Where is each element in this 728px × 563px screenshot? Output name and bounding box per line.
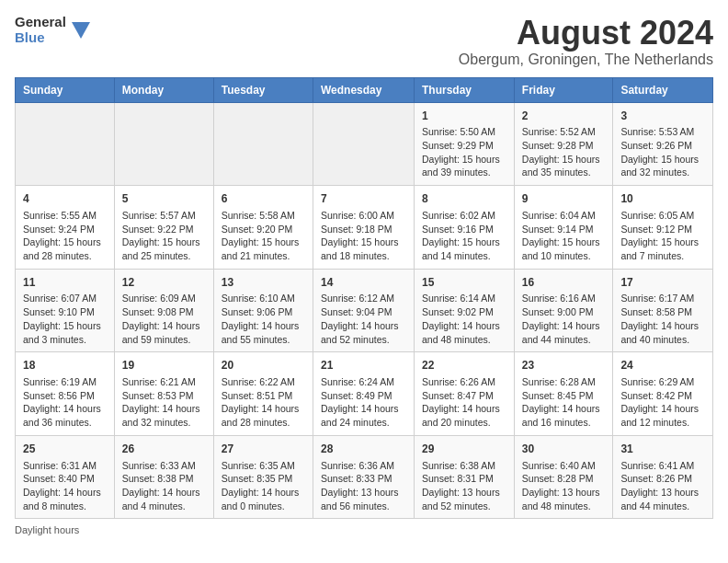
day-info: Sunrise: 6:10 AM Sunset: 9:06 PM Dayligh… xyxy=(222,292,305,346)
day-info: Sunrise: 6:14 AM Sunset: 9:02 PM Dayligh… xyxy=(422,292,506,346)
calendar-cell: 11Sunrise: 6:07 AM Sunset: 9:10 PM Dayli… xyxy=(16,269,115,352)
day-info: Sunrise: 6:16 AM Sunset: 9:00 PM Dayligh… xyxy=(522,292,606,346)
logo-blue-text: Blue xyxy=(15,30,66,46)
calendar-cell: 17Sunrise: 6:17 AM Sunset: 8:58 PM Dayli… xyxy=(613,269,713,352)
calendar-cell: 27Sunrise: 6:35 AM Sunset: 8:35 PM Dayli… xyxy=(213,435,313,519)
location-title: Obergum, Groningen, The Netherlands xyxy=(459,52,713,68)
day-number: 23 xyxy=(522,358,606,373)
calendar-cell: 25Sunrise: 6:31 AM Sunset: 8:40 PM Dayli… xyxy=(16,435,115,519)
logo-general-text: General xyxy=(15,15,66,30)
day-number: 27 xyxy=(222,442,305,457)
logo: General Blue xyxy=(15,15,90,45)
day-number: 9 xyxy=(522,191,606,207)
day-info: Sunrise: 5:50 AM Sunset: 9:29 PM Dayligh… xyxy=(422,125,506,179)
calendar-cell: 15Sunrise: 6:14 AM Sunset: 9:02 PM Dayli… xyxy=(415,269,515,352)
day-number: 20 xyxy=(222,358,305,373)
calendar-cell xyxy=(16,102,115,186)
calendar-cell: 13Sunrise: 6:10 AM Sunset: 9:06 PM Dayli… xyxy=(213,269,313,352)
calendar-cell: 4Sunrise: 5:55 AM Sunset: 9:24 PM Daylig… xyxy=(16,186,115,270)
day-number: 19 xyxy=(122,358,206,373)
calendar-cell: 9Sunrise: 6:04 AM Sunset: 9:14 PM Daylig… xyxy=(514,186,613,270)
day-info: Sunrise: 5:53 AM Sunset: 9:26 PM Dayligh… xyxy=(620,125,705,179)
calendar-cell: 10Sunrise: 6:05 AM Sunset: 9:12 PM Dayli… xyxy=(613,186,713,270)
day-number: 29 xyxy=(422,442,506,457)
day-number: 16 xyxy=(522,275,606,291)
day-info: Sunrise: 6:41 AM Sunset: 8:26 PM Dayligh… xyxy=(620,459,705,513)
day-info: Sunrise: 5:52 AM Sunset: 9:28 PM Dayligh… xyxy=(522,125,606,179)
day-info: Sunrise: 6:12 AM Sunset: 9:04 PM Dayligh… xyxy=(321,292,406,346)
day-header: Friday xyxy=(514,77,613,102)
calendar-cell: 8Sunrise: 6:02 AM Sunset: 9:16 PM Daylig… xyxy=(415,186,515,270)
calendar-cell: 19Sunrise: 6:21 AM Sunset: 8:53 PM Dayli… xyxy=(114,352,213,436)
day-info: Sunrise: 6:09 AM Sunset: 9:08 PM Dayligh… xyxy=(122,292,206,346)
calendar-cell: 29Sunrise: 6:38 AM Sunset: 8:31 PM Dayli… xyxy=(415,435,515,519)
day-header: Saturday xyxy=(613,77,713,102)
day-number: 21 xyxy=(321,358,406,373)
day-number: 8 xyxy=(422,191,506,207)
calendar-cell: 7Sunrise: 6:00 AM Sunset: 9:18 PM Daylig… xyxy=(313,186,414,270)
day-info: Sunrise: 6:35 AM Sunset: 8:35 PM Dayligh… xyxy=(222,459,305,513)
calendar-cell: 2Sunrise: 5:52 AM Sunset: 9:28 PM Daylig… xyxy=(514,102,613,186)
calendar-cell: 31Sunrise: 6:41 AM Sunset: 8:26 PM Dayli… xyxy=(613,435,713,519)
calendar-row: 4Sunrise: 5:55 AM Sunset: 9:24 PM Daylig… xyxy=(16,186,713,270)
day-info: Sunrise: 6:40 AM Sunset: 8:28 PM Dayligh… xyxy=(522,459,606,513)
day-info: Sunrise: 6:17 AM Sunset: 8:58 PM Dayligh… xyxy=(620,292,705,346)
calendar-row: 18Sunrise: 6:19 AM Sunset: 8:56 PM Dayli… xyxy=(16,352,713,436)
day-info: Sunrise: 6:26 AM Sunset: 8:47 PM Dayligh… xyxy=(422,375,506,430)
calendar-cell: 20Sunrise: 6:22 AM Sunset: 8:51 PM Dayli… xyxy=(213,352,313,436)
calendar-cell: 6Sunrise: 5:58 AM Sunset: 9:20 PM Daylig… xyxy=(213,186,313,270)
day-number: 17 xyxy=(620,275,705,291)
calendar-cell: 21Sunrise: 6:24 AM Sunset: 8:49 PM Dayli… xyxy=(313,352,414,436)
calendar-cell: 24Sunrise: 6:29 AM Sunset: 8:42 PM Dayli… xyxy=(613,352,713,436)
day-number: 10 xyxy=(620,191,705,207)
calendar-cell xyxy=(213,102,313,186)
calendar-row: 25Sunrise: 6:31 AM Sunset: 8:40 PM Dayli… xyxy=(16,435,713,519)
calendar-row: 11Sunrise: 6:07 AM Sunset: 9:10 PM Dayli… xyxy=(16,269,713,352)
day-header: Tuesday xyxy=(213,77,313,102)
calendar-cell: 23Sunrise: 6:28 AM Sunset: 8:45 PM Dayli… xyxy=(514,352,613,436)
day-info: Sunrise: 6:24 AM Sunset: 8:49 PM Dayligh… xyxy=(321,375,406,430)
day-info: Sunrise: 5:58 AM Sunset: 9:20 PM Dayligh… xyxy=(222,209,305,263)
day-info: Sunrise: 6:05 AM Sunset: 9:12 PM Dayligh… xyxy=(620,209,705,263)
calendar-row: 1Sunrise: 5:50 AM Sunset: 9:29 PM Daylig… xyxy=(16,102,713,186)
day-number: 6 xyxy=(222,191,305,207)
day-number: 24 xyxy=(620,358,705,373)
day-info: Sunrise: 6:21 AM Sunset: 8:53 PM Dayligh… xyxy=(122,375,206,430)
calendar-cell xyxy=(313,102,414,186)
calendar-cell: 26Sunrise: 6:33 AM Sunset: 8:38 PM Dayli… xyxy=(114,435,213,519)
day-info: Sunrise: 5:55 AM Sunset: 9:24 PM Dayligh… xyxy=(23,209,107,263)
day-number: 22 xyxy=(422,358,506,373)
calendar-cell: 16Sunrise: 6:16 AM Sunset: 9:00 PM Dayli… xyxy=(514,269,613,352)
day-info: Sunrise: 6:00 AM Sunset: 9:18 PM Dayligh… xyxy=(321,209,406,263)
day-number: 7 xyxy=(321,191,406,207)
day-number: 5 xyxy=(122,191,206,207)
day-number: 2 xyxy=(522,109,606,124)
day-number: 4 xyxy=(23,191,107,207)
calendar-cell: 22Sunrise: 6:26 AM Sunset: 8:47 PM Dayli… xyxy=(415,352,515,436)
calendar-cell: 14Sunrise: 6:12 AM Sunset: 9:04 PM Dayli… xyxy=(313,269,414,352)
footer-note: Daylight hours xyxy=(15,524,713,535)
day-info: Sunrise: 6:02 AM Sunset: 9:16 PM Dayligh… xyxy=(422,209,506,263)
day-number: 31 xyxy=(620,442,705,457)
day-number: 30 xyxy=(522,442,606,457)
day-header: Monday xyxy=(114,77,213,102)
day-info: Sunrise: 6:31 AM Sunset: 8:40 PM Dayligh… xyxy=(23,459,107,513)
calendar-cell: 30Sunrise: 6:40 AM Sunset: 8:28 PM Dayli… xyxy=(514,435,613,519)
page-header: General Blue August 2024 Obergum, Gronin… xyxy=(15,15,713,68)
calendar-cell: 1Sunrise: 5:50 AM Sunset: 9:29 PM Daylig… xyxy=(415,102,515,186)
logo-arrow-icon xyxy=(72,22,90,40)
calendar-cell xyxy=(114,102,213,186)
day-number: 15 xyxy=(422,275,506,291)
svg-marker-0 xyxy=(72,22,90,39)
day-number: 1 xyxy=(422,109,506,124)
day-info: Sunrise: 6:29 AM Sunset: 8:42 PM Dayligh… xyxy=(620,375,705,430)
calendar-table: SundayMondayTuesdayWednesdayThursdayFrid… xyxy=(15,77,713,520)
calendar-cell: 3Sunrise: 5:53 AM Sunset: 9:26 PM Daylig… xyxy=(613,102,713,186)
day-info: Sunrise: 6:28 AM Sunset: 8:45 PM Dayligh… xyxy=(522,375,606,430)
calendar-cell: 12Sunrise: 6:09 AM Sunset: 9:08 PM Dayli… xyxy=(114,269,213,352)
day-info: Sunrise: 6:33 AM Sunset: 8:38 PM Dayligh… xyxy=(122,459,206,513)
day-info: Sunrise: 6:36 AM Sunset: 8:33 PM Dayligh… xyxy=(321,459,406,513)
day-info: Sunrise: 6:07 AM Sunset: 9:10 PM Dayligh… xyxy=(23,292,107,346)
day-info: Sunrise: 6:38 AM Sunset: 8:31 PM Dayligh… xyxy=(422,459,506,513)
day-number: 28 xyxy=(321,442,406,457)
